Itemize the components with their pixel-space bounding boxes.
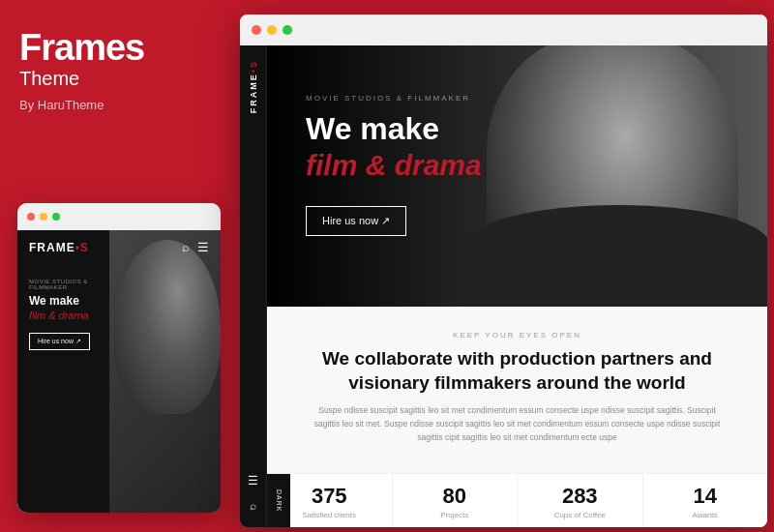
stat-awards: 14 Awards <box>643 474 768 527</box>
search-icon[interactable]: ⌕ <box>182 240 190 254</box>
mobile-mockup: FRAME•S ⌕ ☰ MOVIE STUDIOS & FILMMAKER We… <box>17 203 221 513</box>
mobile-face-art <box>114 240 221 414</box>
sidebar-bottom-icons: ☰ ⌕ <box>248 474 258 513</box>
mobile-icons: ⌕ ☰ <box>182 240 209 254</box>
stat-coffee: 283 Cups of Coffee <box>518 474 643 527</box>
mobile-hero <box>109 230 222 513</box>
mobile-titlebar <box>17 203 221 230</box>
stats-bar: 375 Satisfied clients 80 Projects 283 Cu… <box>267 473 767 527</box>
dot-yellow <box>40 213 47 221</box>
menu-icon[interactable]: ☰ <box>197 240 209 254</box>
site-sidebar: FRAME•S ☰ ⌕ <box>240 45 267 527</box>
stat-coffee-label: Cups of Coffee <box>522 511 638 519</box>
mobile-nav: FRAME•S ⌕ ☰ <box>17 230 221 264</box>
mobile-logo-dot: •S <box>75 241 89 254</box>
browser-dot-red <box>252 25 261 35</box>
sidebar-menu-icon[interactable]: ☰ <box>248 474 258 488</box>
mobile-heading: We make <box>29 294 116 308</box>
mobile-cta-button[interactable]: Hire us now ↗ <box>29 333 90 350</box>
dark-tab-label: Dark <box>276 489 283 512</box>
hero-tag: MOVIE STUDIOS & FILMMAKER <box>306 94 482 103</box>
dot-green <box>52 213 60 221</box>
stat-projects: 80 Projects <box>393 474 519 527</box>
hero-face-art <box>487 45 738 307</box>
mobile-heading-italic: film & drama <box>29 310 116 321</box>
stat-projects-number: 80 <box>398 484 513 509</box>
brand-subtitle: Theme <box>19 68 218 90</box>
face-bg <box>487 45 738 307</box>
hero-title: We make <box>306 112 482 146</box>
sidebar-search-icon[interactable]: ⌕ <box>250 499 256 513</box>
dark-tab[interactable]: Dark <box>267 474 290 527</box>
dot-red <box>27 213 35 221</box>
hero-cta-button[interactable]: Hire us now ↗ <box>306 206 406 236</box>
site-logo-dot: •S <box>249 60 258 73</box>
brand-title: Frames <box>19 29 218 66</box>
mobile-hero-bg <box>109 230 222 513</box>
mobile-content: FRAME•S ⌕ ☰ MOVIE STUDIOS & FILMMAKER We… <box>17 230 221 513</box>
browser-dot-yellow <box>267 25 277 35</box>
by-author: By HaruTheme <box>19 98 218 112</box>
stat-awards-number: 14 <box>648 484 763 509</box>
browser-dot-green <box>283 25 292 35</box>
browser-titlebar <box>240 15 767 45</box>
section-eyebrow: KEEP YOUR EYES OPEN <box>306 331 729 340</box>
section-body: Suspe ndisse suscipit sagittis leo sit m… <box>306 404 729 444</box>
stat-projects-label: Projects <box>398 511 513 519</box>
mobile-tag: MOVIE STUDIOS & FILMMAKER <box>29 279 116 290</box>
section-title: We collaborate with production partners … <box>306 347 729 395</box>
mobile-text-area: MOVIE STUDIOS & FILMMAKER We make film &… <box>29 279 116 350</box>
hero-section: MOVIE STUDIOS & FILMMAKER We make film &… <box>267 45 767 307</box>
below-fold: KEEP YOUR EYES OPEN We collaborate with … <box>267 307 767 527</box>
hero-text: MOVIE STUDIOS & FILMMAKER We make film &… <box>306 94 482 236</box>
stat-coffee-number: 283 <box>522 484 638 509</box>
stat-awards-label: Awards <box>648 511 763 519</box>
browser-body: FRAME•S ☰ ⌕ MOVIE STUDIOS & FILMMAKER We… <box>240 45 767 527</box>
mobile-logo: FRAME•S <box>29 241 89 254</box>
mobile-heading-line1: We make <box>29 294 79 308</box>
site-logo-vertical: FRAME•S <box>249 60 258 113</box>
hero-title-italic: film & drama <box>306 149 482 182</box>
browser-mockup: FRAME•S ☰ ⌕ MOVIE STUDIOS & FILMMAKER We… <box>240 15 767 527</box>
